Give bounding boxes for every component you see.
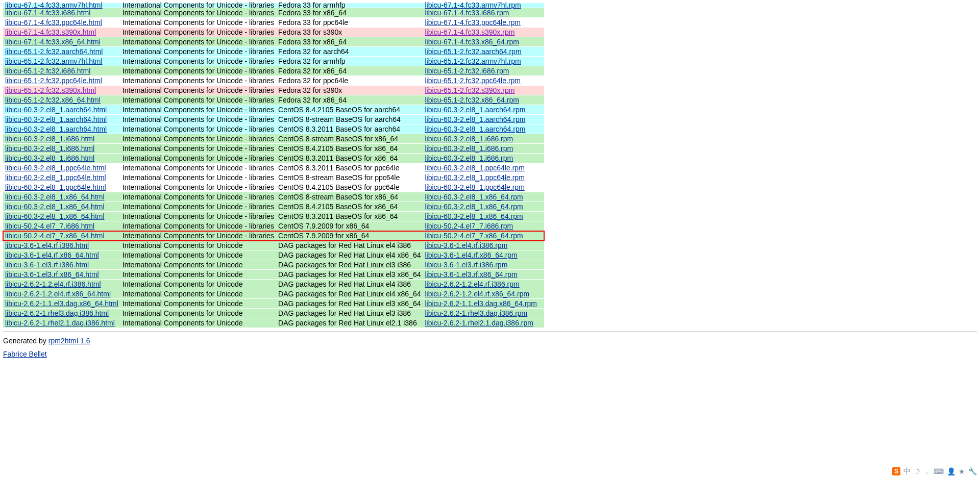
package-html-link[interactable]: libicu-60.3-2.el8_1.i686.html [5,154,94,162]
package-rpm-link[interactable]: libicu-65.1-2.fc32.x86_64.rpm [425,96,519,104]
package-rpm-link[interactable]: libicu-65.1-2.fc32.aarch64.rpm [425,47,521,56]
package-description: International Components for Unicode - l… [120,154,276,163]
package-rpm-link[interactable]: libicu-50.2-4.el7_7.i686.rpm [425,222,513,230]
package-rpm-link[interactable]: libicu-3.6-1.el3.rf.i386.rpm [425,261,507,269]
package-rpm-link[interactable]: libicu-60.3-2.el8_1.ppc64le.rpm [425,173,524,182]
package-distro: DAG packages for Red Hat Linux el3 x86_6… [276,270,423,280]
package-html-link[interactable]: libicu-2.6.2-1.2.el4.rf.x86_64.html [5,290,111,298]
package-distro: CentOS 8-stream BaseOS for ppc64le [276,173,423,183]
table-row: libicu-60.3-2.el8_1.i686.htmlInternation… [3,154,544,163]
package-html-link[interactable]: libicu-60.3-2.el8_1.x86_64.html [5,193,105,201]
table-row: libicu-60.3-2.el8_1.aarch64.htmlInternat… [3,124,544,134]
package-rpm-link[interactable]: libicu-2.6.2-1.2.el4.rf.x86_64.rpm [425,290,529,298]
package-description: International Components for Unicode - l… [120,57,276,66]
package-rpm-link[interactable]: libicu-67.1-4.fc33.x86_64.rpm [425,38,519,46]
package-html-link[interactable]: libicu-65.1-2.fc32.x86_64.html [5,96,101,104]
package-html-link[interactable]: libicu-67.1-4.fc33.x86_64.html [5,38,101,46]
package-rpm-link[interactable]: libicu-60.3-2.el8_1.aarch64.rpm [425,125,525,133]
table-row: libicu-65.1-2.fc32.s390x.htmlInternation… [3,86,544,95]
package-rpm-link[interactable]: libicu-3.6-1.el3.rf.x86_64.rpm [425,270,517,279]
package-rpm-link[interactable]: libicu-67.1-4.fc33.armv7hl.rpm [425,1,521,9]
package-distro: CentOS 8.4.2105 BaseOS for ppc64le [276,183,423,192]
package-html-link[interactable]: libicu-60.3-2.el8_1.aarch64.html [5,106,107,114]
package-html-link[interactable]: libicu-67.1-4.fc33.s390x.html [5,28,96,36]
package-html-link[interactable]: libicu-3.6-1.el4.rf.i386.html [5,241,89,249]
table-row: libicu-60.3-2.el8_1.i686.htmlInternation… [3,134,544,144]
package-rpm-link[interactable]: libicu-60.3-2.el8_1.x86_64.rpm [425,203,523,211]
package-html-link[interactable]: libicu-65.1-2.fc32.armv7hl.html [5,57,103,65]
package-html-link[interactable]: libicu-2.6.2-1.rhel3.dag.i386.html [5,309,109,317]
package-distro: Fedora 32 for x86_64 [276,95,423,105]
package-html-link[interactable]: libicu-60.3-2.el8_1.x86_64.html [5,212,105,220]
package-html-link[interactable]: libicu-3.6-1.el3.rf.i386.html [5,261,89,269]
package-rpm-link[interactable]: libicu-50.2-4.el7_7.x86_64.rpm [425,232,523,240]
package-html-link[interactable]: libicu-2.6.2-1.1.el3.dag.x86_64.html [5,299,118,308]
package-description: International Components for Unicode - l… [120,144,276,154]
package-description: International Components for Unicode - l… [120,192,276,202]
package-distro: CentOS 8.3.2011 BaseOS for x86_64 [276,212,423,221]
package-html-link[interactable]: libicu-50.2-4.el7_7.i686.html [5,222,94,230]
package-description: International Components for Unicode - l… [120,163,276,173]
package-description: International Components for Unicode - l… [120,124,276,134]
package-rpm-link[interactable]: libicu-60.3-2.el8_1.x86_64.rpm [425,212,523,220]
package-html-link[interactable]: libicu-67.1-4.fc33.armv7hl.html [5,1,103,9]
package-html-link[interactable]: libicu-60.3-2.el8_1.ppc64le.html [5,183,106,191]
package-html-link[interactable]: libicu-65.1-2.fc32.aarch64.html [5,47,103,56]
package-html-link[interactable]: libicu-60.3-2.el8_1.i686.html [5,135,94,143]
package-distro: DAG packages for Red Hat Linux el4 x86_6… [276,250,423,260]
table-row: libicu-67.1-4.fc33.armv7hl.htmlInternati… [3,3,544,8]
package-html-link[interactable]: libicu-60.3-2.el8_1.aarch64.html [5,115,107,123]
package-html-link[interactable]: libicu-60.3-2.el8_1.x86_64.html [5,203,105,211]
package-rpm-link[interactable]: libicu-2.6.2-1.rhel2.1.dag.i386.rpm [425,319,533,327]
package-html-link[interactable]: libicu-67.1-4.fc33.i686.html [5,9,90,17]
package-rpm-link[interactable]: libicu-67.1-4.fc33.ppc64le.rpm [425,18,521,27]
package-html-link[interactable]: libicu-65.1-2.fc32.s390x.html [5,86,96,94]
package-html-link[interactable]: libicu-65.1-2.fc32.i686.html [5,67,90,75]
package-rpm-link[interactable]: libicu-3.6-1.el4.rf.i386.rpm [425,241,507,249]
package-distro: CentOS 7.9.2009 for x86_64 [276,221,423,231]
package-description: International Components for Unicode - l… [120,28,276,37]
package-rpm-link[interactable]: libicu-60.3-2.el8_1.x86_64.rpm [425,193,523,201]
package-html-link[interactable]: libicu-60.3-2.el8_1.ppc64le.html [5,164,106,172]
package-rpm-link[interactable]: libicu-3.6-1.el4.rf.x86_64.rpm [425,251,517,259]
table-row: libicu-67.1-4.fc33.i686.htmlInternationa… [3,8,544,18]
table-row: libicu-60.3-2.el8_1.ppc64le.htmlInternat… [3,163,544,173]
package-rpm-link[interactable]: libicu-60.3-2.el8_1.ppc64le.rpm [425,183,524,191]
package-html-link[interactable]: libicu-65.1-2.fc32.ppc64le.html [5,77,102,85]
package-rpm-link[interactable]: libicu-65.1-2.fc32.ppc64le.rpm [425,77,521,85]
package-rpm-link[interactable]: libicu-2.6.2-1.2.el4.rf.i386.rpm [425,280,519,288]
package-rpm-link[interactable]: libicu-65.1-2.fc32.s390x.rpm [425,86,514,94]
package-distro: CentOS 8.4.2105 BaseOS for x86_64 [276,144,423,154]
package-description: International Components for Unicode [120,280,276,289]
package-rpm-link[interactable]: libicu-67.1-4.fc33.s390x.rpm [425,28,514,36]
package-html-link[interactable]: libicu-50.2-4.el7_7.x86_64.html [5,232,105,240]
package-rpm-link[interactable]: libicu-67.1-4.fc33.i686.rpm [425,9,509,17]
package-rpm-link[interactable]: libicu-60.3-2.el8_1.aarch64.rpm [425,106,525,114]
package-rpm-link[interactable]: libicu-60.3-2.el8_1.i686.rpm [425,144,513,153]
package-distro: DAG packages for Red Hat Linux el4 i386 [276,280,423,289]
package-html-link[interactable]: libicu-60.3-2.el8_1.aarch64.html [5,125,107,133]
author-link[interactable]: Fabrice Bellet [3,350,47,358]
table-row: libicu-65.1-2.fc32.x86_64.htmlInternatio… [3,95,544,105]
package-rpm-link[interactable]: libicu-2.6.2-1.1.el3.dag.x86_64.rpm [425,299,536,308]
rpm2html-link[interactable]: rpm2html 1.6 [48,337,90,345]
package-html-link[interactable]: libicu-67.1-4.fc33.ppc64le.html [5,18,102,27]
package-rpm-link[interactable]: libicu-65.1-2.fc32.i686.rpm [425,67,509,75]
package-html-link[interactable]: libicu-60.3-2.el8_1.ppc64le.html [5,173,106,182]
package-rpm-link[interactable]: libicu-60.3-2.el8_1.ppc64le.rpm [425,164,524,172]
package-rpm-link[interactable]: libicu-60.3-2.el8_1.i686.rpm [425,135,513,143]
package-distro: DAG packages for Red Hat Linux el4 x86_6… [276,289,423,299]
package-rpm-link[interactable]: libicu-60.3-2.el8_1.aarch64.rpm [425,115,525,123]
package-html-link[interactable]: libicu-2.6.2-1.2.el4.rf.i386.html [5,280,101,288]
package-rpm-link[interactable]: libicu-65.1-2.fc32.armv7hl.rpm [425,57,521,65]
package-description: International Components for Unicode [120,270,276,280]
table-row: libicu-65.1-2.fc32.armv7hl.htmlInternati… [3,57,544,66]
package-html-link[interactable]: libicu-60.3-2.el8_1.i686.html [5,144,94,153]
package-description: International Components for Unicode - l… [120,66,276,76]
package-html-link[interactable]: libicu-2.6.2-1.rhel2.1.dag.i386.html [5,319,115,327]
package-rpm-link[interactable]: libicu-2.6.2-1.rhel3.dag.i386.rpm [425,309,527,317]
package-rpm-link[interactable]: libicu-60.3-2.el8_1.i686.rpm [425,154,513,162]
package-html-link[interactable]: libicu-3.6-1.el3.rf.x86_64.html [5,270,99,279]
package-html-link[interactable]: libicu-3.6-1.el4.rf.x86_64.html [5,251,99,259]
table-row: libicu-60.3-2.el8_1.x86_64.htmlInternati… [3,202,544,212]
